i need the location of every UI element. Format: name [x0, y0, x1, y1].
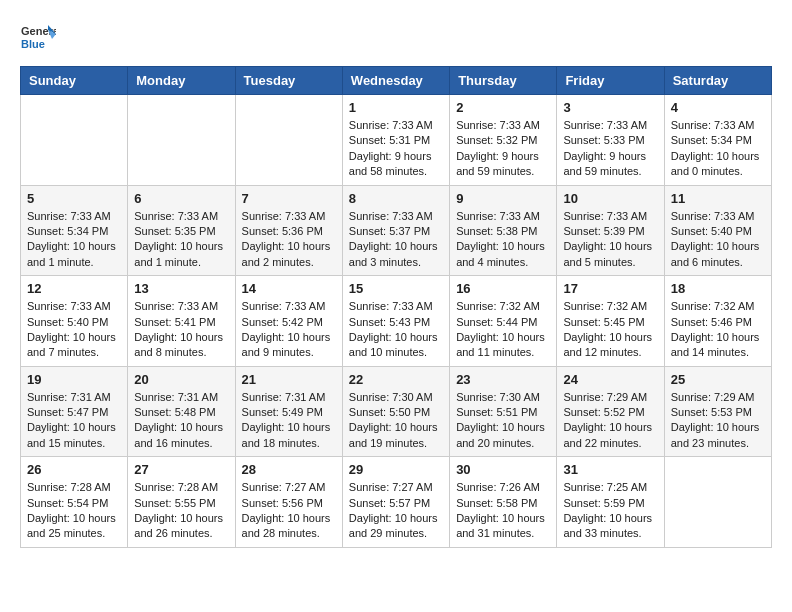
calendar-week-row: 19Sunrise: 7:31 AM Sunset: 5:47 PM Dayli…	[21, 366, 772, 457]
weekday-header-wednesday: Wednesday	[342, 67, 449, 95]
day-number: 17	[563, 281, 657, 296]
day-number: 29	[349, 462, 443, 477]
day-info: Sunrise: 7:33 AM Sunset: 5:34 PM Dayligh…	[671, 118, 765, 180]
day-number: 22	[349, 372, 443, 387]
calendar-cell: 29Sunrise: 7:27 AM Sunset: 5:57 PM Dayli…	[342, 457, 449, 548]
day-number: 1	[349, 100, 443, 115]
weekday-header-saturday: Saturday	[664, 67, 771, 95]
calendar-cell: 10Sunrise: 7:33 AM Sunset: 5:39 PM Dayli…	[557, 185, 664, 276]
day-number: 16	[456, 281, 550, 296]
calendar-cell	[21, 95, 128, 186]
day-info: Sunrise: 7:32 AM Sunset: 5:44 PM Dayligh…	[456, 299, 550, 361]
calendar-header-row: SundayMondayTuesdayWednesdayThursdayFrid…	[21, 67, 772, 95]
calendar-cell: 16Sunrise: 7:32 AM Sunset: 5:44 PM Dayli…	[450, 276, 557, 367]
day-info: Sunrise: 7:27 AM Sunset: 5:56 PM Dayligh…	[242, 480, 336, 542]
day-number: 24	[563, 372, 657, 387]
day-info: Sunrise: 7:33 AM Sunset: 5:38 PM Dayligh…	[456, 209, 550, 271]
day-info: Sunrise: 7:30 AM Sunset: 5:51 PM Dayligh…	[456, 390, 550, 452]
day-number: 12	[27, 281, 121, 296]
calendar-cell: 1Sunrise: 7:33 AM Sunset: 5:31 PM Daylig…	[342, 95, 449, 186]
calendar-table: SundayMondayTuesdayWednesdayThursdayFrid…	[20, 66, 772, 548]
day-info: Sunrise: 7:29 AM Sunset: 5:53 PM Dayligh…	[671, 390, 765, 452]
calendar-cell: 13Sunrise: 7:33 AM Sunset: 5:41 PM Dayli…	[128, 276, 235, 367]
calendar-cell: 6Sunrise: 7:33 AM Sunset: 5:35 PM Daylig…	[128, 185, 235, 276]
day-number: 28	[242, 462, 336, 477]
calendar-cell	[664, 457, 771, 548]
day-number: 27	[134, 462, 228, 477]
day-info: Sunrise: 7:31 AM Sunset: 5:49 PM Dayligh…	[242, 390, 336, 452]
day-number: 3	[563, 100, 657, 115]
day-info: Sunrise: 7:25 AM Sunset: 5:59 PM Dayligh…	[563, 480, 657, 542]
day-number: 13	[134, 281, 228, 296]
day-number: 14	[242, 281, 336, 296]
day-number: 31	[563, 462, 657, 477]
calendar-cell: 24Sunrise: 7:29 AM Sunset: 5:52 PM Dayli…	[557, 366, 664, 457]
calendar-cell: 2Sunrise: 7:33 AM Sunset: 5:32 PM Daylig…	[450, 95, 557, 186]
day-info: Sunrise: 7:33 AM Sunset: 5:36 PM Dayligh…	[242, 209, 336, 271]
day-info: Sunrise: 7:33 AM Sunset: 5:31 PM Dayligh…	[349, 118, 443, 180]
day-info: Sunrise: 7:31 AM Sunset: 5:47 PM Dayligh…	[27, 390, 121, 452]
calendar-cell: 9Sunrise: 7:33 AM Sunset: 5:38 PM Daylig…	[450, 185, 557, 276]
calendar-cell: 12Sunrise: 7:33 AM Sunset: 5:40 PM Dayli…	[21, 276, 128, 367]
calendar-cell: 4Sunrise: 7:33 AM Sunset: 5:34 PM Daylig…	[664, 95, 771, 186]
day-info: Sunrise: 7:33 AM Sunset: 5:33 PM Dayligh…	[563, 118, 657, 180]
day-info: Sunrise: 7:29 AM Sunset: 5:52 PM Dayligh…	[563, 390, 657, 452]
day-info: Sunrise: 7:33 AM Sunset: 5:40 PM Dayligh…	[27, 299, 121, 361]
calendar-cell: 14Sunrise: 7:33 AM Sunset: 5:42 PM Dayli…	[235, 276, 342, 367]
day-number: 19	[27, 372, 121, 387]
calendar-week-row: 12Sunrise: 7:33 AM Sunset: 5:40 PM Dayli…	[21, 276, 772, 367]
calendar-cell: 23Sunrise: 7:30 AM Sunset: 5:51 PM Dayli…	[450, 366, 557, 457]
logo: General Blue	[20, 20, 56, 56]
day-number: 11	[671, 191, 765, 206]
day-info: Sunrise: 7:28 AM Sunset: 5:55 PM Dayligh…	[134, 480, 228, 542]
calendar-week-row: 26Sunrise: 7:28 AM Sunset: 5:54 PM Dayli…	[21, 457, 772, 548]
day-number: 26	[27, 462, 121, 477]
calendar-cell: 17Sunrise: 7:32 AM Sunset: 5:45 PM Dayli…	[557, 276, 664, 367]
day-number: 2	[456, 100, 550, 115]
weekday-header-thursday: Thursday	[450, 67, 557, 95]
calendar-week-row: 5Sunrise: 7:33 AM Sunset: 5:34 PM Daylig…	[21, 185, 772, 276]
day-number: 21	[242, 372, 336, 387]
day-info: Sunrise: 7:32 AM Sunset: 5:45 PM Dayligh…	[563, 299, 657, 361]
logo-svg: General Blue	[20, 20, 56, 56]
day-info: Sunrise: 7:33 AM Sunset: 5:32 PM Dayligh…	[456, 118, 550, 180]
day-info: Sunrise: 7:31 AM Sunset: 5:48 PM Dayligh…	[134, 390, 228, 452]
day-info: Sunrise: 7:33 AM Sunset: 5:34 PM Dayligh…	[27, 209, 121, 271]
day-info: Sunrise: 7:33 AM Sunset: 5:43 PM Dayligh…	[349, 299, 443, 361]
calendar-week-row: 1Sunrise: 7:33 AM Sunset: 5:31 PM Daylig…	[21, 95, 772, 186]
calendar-cell: 28Sunrise: 7:27 AM Sunset: 5:56 PM Dayli…	[235, 457, 342, 548]
svg-text:Blue: Blue	[21, 38, 45, 50]
day-info: Sunrise: 7:28 AM Sunset: 5:54 PM Dayligh…	[27, 480, 121, 542]
day-info: Sunrise: 7:33 AM Sunset: 5:35 PM Dayligh…	[134, 209, 228, 271]
day-info: Sunrise: 7:33 AM Sunset: 5:40 PM Dayligh…	[671, 209, 765, 271]
day-number: 23	[456, 372, 550, 387]
calendar-cell: 3Sunrise: 7:33 AM Sunset: 5:33 PM Daylig…	[557, 95, 664, 186]
day-number: 25	[671, 372, 765, 387]
day-number: 30	[456, 462, 550, 477]
calendar-cell: 27Sunrise: 7:28 AM Sunset: 5:55 PM Dayli…	[128, 457, 235, 548]
weekday-header-sunday: Sunday	[21, 67, 128, 95]
weekday-header-monday: Monday	[128, 67, 235, 95]
calendar-cell	[128, 95, 235, 186]
calendar-cell	[235, 95, 342, 186]
day-number: 8	[349, 191, 443, 206]
day-info: Sunrise: 7:32 AM Sunset: 5:46 PM Dayligh…	[671, 299, 765, 361]
day-info: Sunrise: 7:33 AM Sunset: 5:42 PM Dayligh…	[242, 299, 336, 361]
day-number: 5	[27, 191, 121, 206]
day-number: 20	[134, 372, 228, 387]
weekday-header-tuesday: Tuesday	[235, 67, 342, 95]
day-info: Sunrise: 7:33 AM Sunset: 5:37 PM Dayligh…	[349, 209, 443, 271]
calendar-cell: 19Sunrise: 7:31 AM Sunset: 5:47 PM Dayli…	[21, 366, 128, 457]
calendar-cell: 11Sunrise: 7:33 AM Sunset: 5:40 PM Dayli…	[664, 185, 771, 276]
day-number: 7	[242, 191, 336, 206]
day-info: Sunrise: 7:27 AM Sunset: 5:57 PM Dayligh…	[349, 480, 443, 542]
calendar-cell: 31Sunrise: 7:25 AM Sunset: 5:59 PM Dayli…	[557, 457, 664, 548]
page-header: General Blue	[20, 20, 772, 56]
day-number: 18	[671, 281, 765, 296]
day-info: Sunrise: 7:33 AM Sunset: 5:39 PM Dayligh…	[563, 209, 657, 271]
calendar-cell: 26Sunrise: 7:28 AM Sunset: 5:54 PM Dayli…	[21, 457, 128, 548]
weekday-header-friday: Friday	[557, 67, 664, 95]
calendar-cell: 5Sunrise: 7:33 AM Sunset: 5:34 PM Daylig…	[21, 185, 128, 276]
day-number: 6	[134, 191, 228, 206]
day-info: Sunrise: 7:30 AM Sunset: 5:50 PM Dayligh…	[349, 390, 443, 452]
